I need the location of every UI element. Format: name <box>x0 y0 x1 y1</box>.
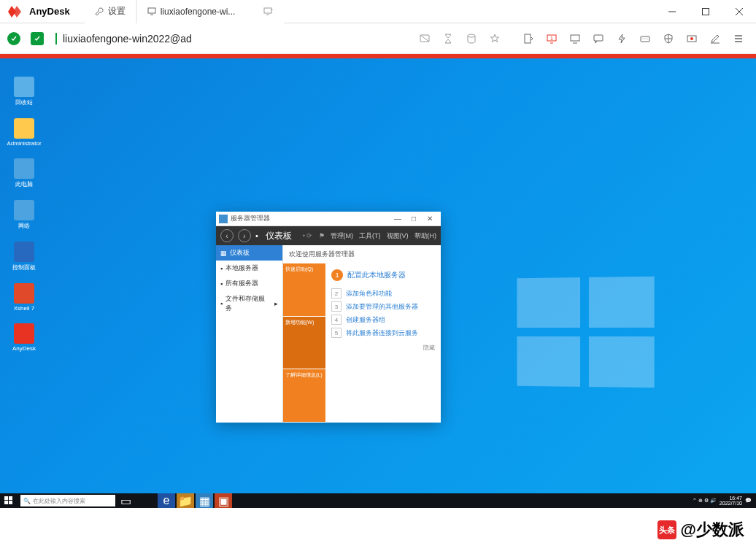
sm-back-button[interactable]: ‹ <box>220 229 234 242</box>
window-controls <box>655 0 756 23</box>
tab-new[interactable]: + <box>253 0 284 23</box>
desktop-icon-control-panel[interactable]: 控制面板 <box>6 242 42 271</box>
svg-text:+: + <box>271 7 274 12</box>
server-manager-window[interactable]: 服务器管理器 — □ ✕ ‹ › • 仪表板 • ⟳ ⚑ 管理(M) 工具(T)… <box>216 212 441 423</box>
taskbar-search[interactable]: 🔍在此处输入内容搜索 <box>20 495 115 506</box>
sm-step-2[interactable]: 2添加角色和功能 <box>331 288 435 298</box>
maximize-button[interactable] <box>689 0 722 23</box>
bottom-margin: 头条 @少数派 <box>0 508 756 551</box>
sm-tile-learn[interactable]: 了解详细信息(L) <box>283 369 325 423</box>
tab-settings[interactable]: 设置 <box>85 0 136 23</box>
svg-point-24 <box>690 37 693 40</box>
network-icon <box>14 200 34 220</box>
sm-maximize-button[interactable]: □ <box>406 212 422 226</box>
menu-icon[interactable] <box>728 28 749 49</box>
svg-rect-6 <box>703 8 709 15</box>
verified-icon <box>31 32 44 45</box>
taskbar-app[interactable]: ▣ <box>215 493 232 508</box>
sm-tile-whatsnew[interactable]: 新增功能(W) <box>283 317 325 370</box>
servers-icon: ▪ <box>220 280 223 288</box>
start-button[interactable] <box>0 493 18 508</box>
shield-icon[interactable] <box>658 28 679 49</box>
sm-step-3[interactable]: 3添加要管理的其他服务器 <box>331 301 435 312</box>
svg-rect-32 <box>9 501 12 504</box>
chat-icon[interactable] <box>414 28 435 49</box>
sm-sidebar: ▦仪表板 ▪本地服务器 ▪所有服务器 ▪文件和存储服务▸ <box>216 245 283 423</box>
svg-rect-12 <box>525 34 531 43</box>
tray-network-icon[interactable]: ⌃ ⊕ ⚙ 🔊 <box>693 498 717 504</box>
remote-desktop-view[interactable]: 回收站 Administrator 此电脑 网络 控制面板 Xshell 7 A… <box>0 58 756 508</box>
svg-rect-0 <box>148 8 155 13</box>
notification-icon[interactable]: 💬 <box>745 498 752 504</box>
sm-menu-tools[interactable]: 工具(T) <box>359 231 381 241</box>
svg-point-20 <box>643 38 644 39</box>
server-manager-app-icon <box>219 215 228 223</box>
desktop-icon-xshell[interactable]: Xshell 7 <box>6 283 42 312</box>
sm-welcome-text: 欢迎使用服务器管理器 <box>283 245 441 263</box>
system-tray[interactable]: ⌃ ⊕ ⚙ 🔊 16:47 2022/7/10 💬 <box>693 496 756 506</box>
hourglass-icon[interactable] <box>438 28 458 49</box>
desktop-icon-network[interactable]: 网络 <box>6 200 42 230</box>
desktop-icon-computer[interactable]: 此电脑 <box>6 158 42 188</box>
svg-point-11 <box>468 34 475 37</box>
session-toolbar: liuxiaofengone-win2022@ad 1 <box>0 23 756 54</box>
xshell-icon <box>14 283 34 304</box>
sm-step-4[interactable]: 4创建服务器组 <box>331 315 435 325</box>
watermark: 头条 @少数派 <box>657 519 744 541</box>
lightning-icon[interactable] <box>612 28 632 49</box>
task-view-button[interactable]: ▭ <box>117 493 134 508</box>
record-icon[interactable] <box>682 28 702 49</box>
remote-address[interactable]: liuxiaofengone-win2022@ad <box>55 33 192 45</box>
server-icon: ▪ <box>220 265 223 272</box>
wrench-icon <box>95 7 104 16</box>
close-button[interactable] <box>722 0 756 23</box>
sm-minimize-button[interactable]: — <box>390 212 406 226</box>
svg-rect-18 <box>594 35 603 41</box>
dashboard-icon: ▦ <box>220 250 227 257</box>
svg-line-10 <box>420 35 429 42</box>
sm-step-1[interactable]: 1 配置此本地服务器 <box>331 269 435 281</box>
chat-bubble-icon[interactable] <box>588 28 609 49</box>
anydesk-titlebar: AnyDesk 设置 liuxiaofengone-wi... + <box>0 0 756 23</box>
svg-point-21 <box>645 38 646 39</box>
sm-sidebar-local[interactable]: ▪本地服务器 <box>216 261 282 276</box>
recycle-bin-icon <box>14 77 34 97</box>
minimize-button[interactable] <box>655 0 689 23</box>
server-manager-titlebar: 服务器管理器 — □ ✕ <box>216 212 441 226</box>
display-1-icon[interactable]: 1 <box>541 28 562 49</box>
sm-step-5[interactable]: 5将此服务器连接到云服务 <box>331 328 435 338</box>
file-transfer-icon[interactable] <box>518 28 539 49</box>
monitor-icon[interactable] <box>565 28 585 49</box>
storage-icon: ▪ <box>220 300 223 307</box>
sm-menu-manage[interactable]: 管理(M) <box>331 231 354 241</box>
windows-logo-icon <box>517 277 654 388</box>
taskbar-explorer[interactable]: 📁 <box>177 493 194 508</box>
anydesk-logo-icon <box>6 1 26 22</box>
sm-close-button[interactable]: ✕ <box>422 212 438 226</box>
sm-sidebar-all[interactable]: ▪所有服务器 <box>216 276 282 291</box>
star-icon[interactable] <box>485 28 505 49</box>
watermark-text: @少数派 <box>681 519 744 541</box>
sm-tile-quickstart[interactable]: 快速启动(Q) <box>283 263 325 317</box>
tab-session[interactable]: liuxiaofengone-wi... <box>136 0 253 23</box>
pencil-icon[interactable] <box>705 28 725 49</box>
sm-menu-view[interactable]: 视图(V) <box>387 231 409 241</box>
sm-forward-button[interactable]: › <box>238 229 251 242</box>
database-icon[interactable] <box>461 28 482 49</box>
desktop-icon-recycle[interactable]: 回收站 <box>6 77 42 107</box>
sm-hide-link[interactable]: 隐藏 <box>331 344 435 352</box>
desktop-icon-user[interactable]: Administrator <box>6 118 42 147</box>
svg-point-22 <box>647 38 648 39</box>
windows-taskbar: 🔍在此处输入内容搜索 ▭ e 📁 ▦ ▣ ⌃ ⊕ ⚙ 🔊 16:47 2022/… <box>0 493 756 508</box>
control-panel-icon <box>14 242 34 262</box>
sm-sidebar-dashboard[interactable]: ▦仪表板 <box>216 245 282 261</box>
sm-sidebar-storage[interactable]: ▪文件和存储服务▸ <box>216 291 282 316</box>
flag-icon[interactable]: ⚑ <box>319 232 325 239</box>
taskbar-server-manager[interactable]: ▦ <box>196 493 213 508</box>
sm-menu-help[interactable]: 帮助(H) <box>414 231 437 241</box>
toutiao-badge-icon: 头条 <box>657 520 676 539</box>
desktop-icon-anydesk[interactable]: AnyDesk <box>6 323 42 352</box>
keyboard-icon[interactable] <box>635 28 655 49</box>
taskbar-edge[interactable]: e <box>158 493 175 508</box>
app-name: AnyDesk <box>29 6 70 17</box>
